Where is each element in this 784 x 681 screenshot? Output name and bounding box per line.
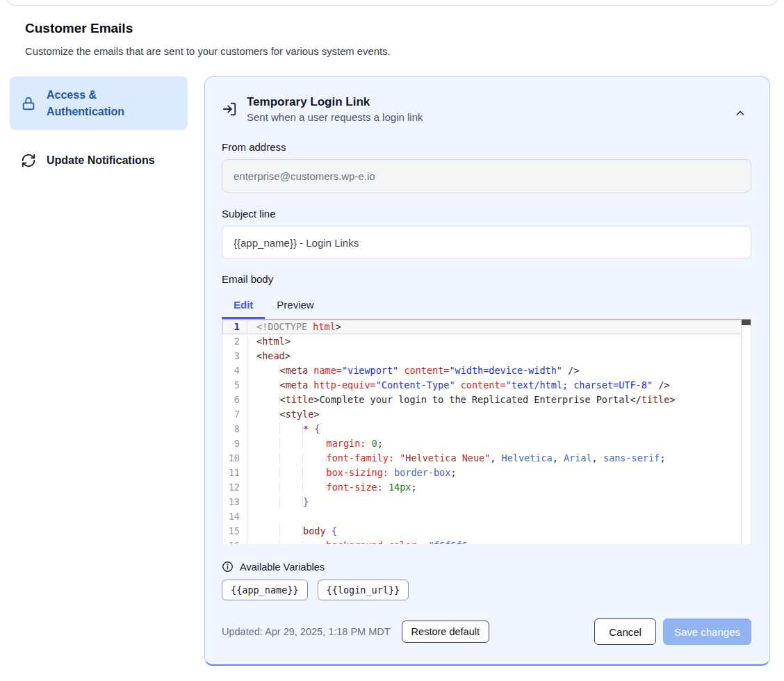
panel-title: Temporary Login Link xyxy=(247,95,751,109)
code-line: 13 } xyxy=(222,495,751,509)
page-title: Customer Emails xyxy=(25,21,133,36)
tab-preview[interactable]: Preview xyxy=(265,296,325,319)
code-line: 1<!DOCTYPE html> xyxy=(222,320,751,334)
lock-icon xyxy=(21,96,36,111)
save-changes-button[interactable]: Save changes xyxy=(663,618,751,645)
code-line: 9 margin: 0; xyxy=(222,436,751,451)
code-line: 14 xyxy=(222,509,751,524)
variable-chips: {{app_name}} {{login_url}} xyxy=(222,580,751,600)
code-line: 16 background-color: #f6f6f6; xyxy=(222,539,751,544)
variable-chip-app-name[interactable]: {{app_name}} xyxy=(222,580,308,600)
page-subtitle: Customize the emails that are sent to yo… xyxy=(25,46,391,57)
sidebar-item-update-notifications[interactable]: Update Notifications xyxy=(10,142,188,178)
collapse-panel-button[interactable] xyxy=(732,105,749,122)
restore-default-button[interactable]: Restore default xyxy=(402,621,489,643)
panel-header-text: Temporary Login Link Sent when a user re… xyxy=(247,95,751,123)
panel-header: Temporary Login Link Sent when a user re… xyxy=(222,95,751,123)
login-icon xyxy=(222,101,237,117)
sidebar-item-label: Update Notifications xyxy=(47,152,155,168)
subject-line-input[interactable] xyxy=(222,226,751,259)
code-line: 15 body { xyxy=(222,524,751,539)
email-types-sidebar: Access & Authentication Update Notificat… xyxy=(10,76,188,178)
available-variables-row: Available Variables xyxy=(222,561,751,573)
email-body-label: Email body xyxy=(222,273,751,285)
code-line: 2<html> xyxy=(222,334,751,349)
sidebar-item-label: Access & Authentication xyxy=(47,87,177,119)
panel-subtitle: Sent when a user requests a login link xyxy=(247,111,751,123)
customer-emails-page: Customer Emails Customize the emails tha… xyxy=(0,0,784,681)
variable-chip-login-url[interactable]: {{login_url}} xyxy=(318,580,409,600)
code-line: 4 <meta name="viewport" content="width=d… xyxy=(222,363,751,378)
refresh-icon xyxy=(21,153,36,168)
subject-line-label: Subject line xyxy=(222,208,751,220)
code-lines: 1<!DOCTYPE html>2<html>3<head>4 <meta na… xyxy=(222,320,751,544)
sidebar-item-access-authentication[interactable]: Access & Authentication xyxy=(10,76,188,130)
available-variables-label: Available Variables xyxy=(240,561,325,573)
code-line: 10 font-family: "Helvetica Neue", Helvet… xyxy=(222,451,751,466)
tab-edit[interactable]: Edit xyxy=(222,296,265,319)
from-address-label: From address xyxy=(222,141,751,153)
code-line: 11 box-sizing: border-box; xyxy=(222,466,751,480)
info-icon[interactable] xyxy=(222,561,234,573)
updated-timestamp: Updated: Apr 29, 2025, 1:18 PM MDT xyxy=(222,626,391,637)
scrollbar-thumb[interactable] xyxy=(742,320,751,325)
code-line: 5 <meta http-equiv="Content-Type" conten… xyxy=(222,378,751,393)
code-line: 8 * { xyxy=(222,422,751,436)
previous-section-edge xyxy=(7,0,777,6)
chevron-up-icon xyxy=(735,108,746,119)
code-line: 12 font-size: 14px; xyxy=(222,480,751,495)
code-line: 3<head> xyxy=(222,349,751,363)
code-line: 6 <title>Complete your login to the Repl… xyxy=(222,393,751,407)
code-editor[interactable]: 1<!DOCTYPE html>2<html>3<head>4 <meta na… xyxy=(222,319,751,544)
panel-footer: Updated: Apr 29, 2025, 1:18 PM MDT Resto… xyxy=(222,618,751,645)
temporary-login-link-panel: Temporary Login Link Sent when a user re… xyxy=(204,76,770,666)
code-line: 7 <style> xyxy=(222,407,751,422)
cancel-button[interactable]: Cancel xyxy=(594,618,656,645)
editor-vertical-scrollbar[interactable] xyxy=(741,320,751,544)
email-body-tabs: Edit Preview xyxy=(222,296,751,319)
from-address-input[interactable] xyxy=(222,159,751,192)
